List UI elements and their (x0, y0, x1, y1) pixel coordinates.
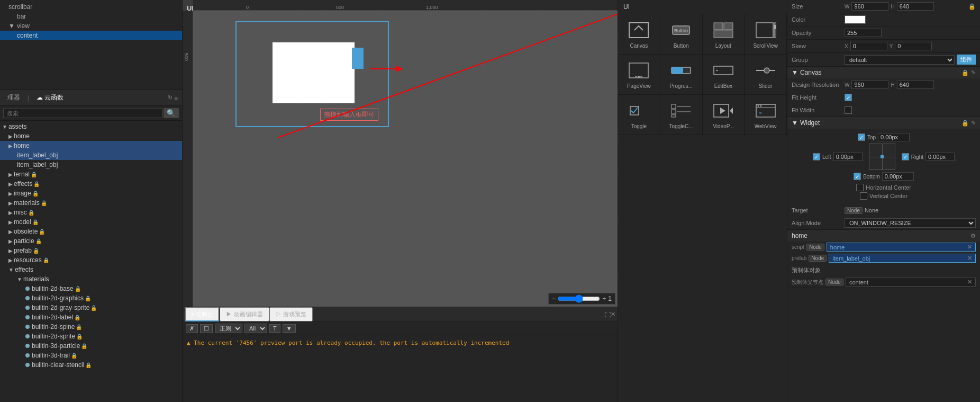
blue-box[interactable] (352, 48, 364, 69)
tab-console[interactable]: ≡ 控制台 (185, 307, 220, 321)
opacity-input[interactable] (845, 29, 882, 37)
fit-width-checkbox[interactable] (845, 106, 852, 114)
group-select[interactable]: default (845, 55, 955, 65)
parent-clear-btn[interactable]: ✕ (967, 279, 972, 285)
asset-item-effects-expand[interactable]: ▼effects (0, 265, 182, 274)
widget-lock-icon[interactable]: 🔒 (961, 120, 969, 127)
search-input[interactable] (3, 109, 162, 118)
h-center-checkbox[interactable] (856, 184, 864, 191)
size-h-input[interactable] (897, 2, 934, 11)
panel-menu-btn[interactable]: ≡ (175, 94, 178, 101)
ui-item-progress[interactable]: Progres... (660, 55, 703, 95)
asset-item-model[interactable]: ▶model 🔒 (0, 217, 182, 227)
asset-item-image[interactable]: ▶image 🔒 (0, 189, 182, 198)
home-section-header[interactable]: home ⚙ (787, 230, 980, 242)
asset-item-home1[interactable]: ▶home (0, 131, 182, 141)
ui-item-canvas[interactable]: Canvas (618, 14, 660, 55)
left-checkbox[interactable] (813, 153, 820, 160)
tree-item-bar[interactable]: bar (0, 12, 182, 21)
skew-x-input[interactable] (850, 42, 887, 50)
design-res-h-input[interactable] (897, 81, 934, 89)
ctrl-more[interactable]: ▼ (283, 324, 296, 333)
asset-item-builtin-2d-graphics[interactable]: builtin-2d-graphics 🔒 (0, 293, 182, 303)
canvas-edit-icon[interactable]: ✎ (971, 69, 976, 76)
bottom-checkbox[interactable] (854, 173, 861, 180)
asset-item-effects-lock[interactable]: ▶effects 🔒 (0, 179, 182, 189)
tree-item-view[interactable]: ▼view (0, 21, 182, 31)
tab-preview[interactable]: ▷ 游戏预览 (269, 307, 313, 321)
ui-item-toggle[interactable]: Toggle (618, 95, 660, 135)
group-component-btn[interactable]: 组件 (957, 55, 976, 65)
asset-item-builtin-3d-particle[interactable]: builtin-3d-particle 🔒 (0, 341, 182, 351)
tree-item-scrollbar[interactable]: scrollbar (0, 2, 182, 12)
asset-item-builtin-2d-gray-sprite[interactable]: builtin-2d-gray-sprite 🔒 (0, 303, 182, 312)
panel-tab-manager[interactable]: 理器 (4, 92, 23, 103)
filter-select[interactable]: All (244, 324, 267, 333)
top-input[interactable] (878, 133, 910, 141)
asset-item-builtin-3d-trail[interactable]: builtin-3d-trail 🔒 (0, 351, 182, 360)
ctrl-format[interactable]: T (269, 324, 280, 333)
asset-item-assets[interactable]: ▼assets (0, 122, 182, 131)
prefab-clear-btn[interactable]: ✕ (967, 255, 972, 262)
right-checkbox[interactable] (902, 153, 909, 160)
asset-item-builtin-2d-spine[interactable]: builtin-2d-spine 🔒 (0, 322, 182, 332)
size-w-input[interactable] (851, 2, 888, 11)
skew-y-input[interactable] (895, 42, 932, 50)
tab-animation[interactable]: ▶ 动画编辑器 (220, 307, 269, 321)
ui-item-slider[interactable]: Slider (745, 55, 787, 95)
ui-item-button[interactable]: Button Button (660, 14, 703, 55)
asset-item-prefab[interactable]: ▶prefab 🔒 (0, 246, 182, 255)
align-mode-select[interactable]: ON_WINDOW_RESIZE (845, 218, 976, 228)
ctrl-cancel[interactable]: ✗ (186, 324, 198, 333)
canvas-section-header[interactable]: ▼ Canvas 🔒 ✎ (787, 67, 980, 78)
asset-item-builtin-2d-base[interactable]: builtin-2d-base 🔒 (0, 284, 182, 293)
widget-edit-icon[interactable]: ✎ (971, 120, 976, 127)
widget-section-header[interactable]: ▼ Widget 🔒 ✎ (787, 117, 980, 129)
ctrl-save[interactable]: ☐ (200, 324, 213, 333)
panel-refresh-btn[interactable]: ↻ (168, 94, 173, 101)
script-clear-btn[interactable]: ✕ (967, 244, 972, 251)
v-center-checkbox[interactable] (860, 192, 867, 200)
asset-item-materials-expand[interactable]: ▼materials (0, 274, 182, 284)
left-input[interactable] (833, 153, 863, 161)
bottom-input[interactable] (882, 172, 914, 181)
ui-item-togglecontainer[interactable]: ToggleC... (660, 95, 703, 135)
ui-item-webview[interactable]: e WebView (745, 95, 787, 135)
design-res-w-input[interactable] (851, 81, 888, 89)
asset-item-home2[interactable]: ▶home (0, 141, 182, 150)
asset-item-builtin-2d-sprite[interactable]: builtin-2d-sprite 🔒 (0, 332, 182, 341)
asset-item-builtin-2d-label[interactable]: builtin-2d-label 🔒 (0, 312, 182, 322)
bottom-expand-btn[interactable]: ⛶ (605, 311, 611, 318)
bottom-close-btn[interactable]: ✕ (611, 311, 615, 318)
ui-item-layout[interactable]: Layout (703, 14, 745, 55)
zoom-minus[interactable]: − (552, 295, 556, 302)
tree-item-content[interactable]: content (0, 31, 182, 40)
fit-height-checkbox[interactable] (845, 94, 852, 101)
home-settings-icon[interactable]: ⚙ (970, 233, 976, 239)
asset-item-item-label-2[interactable]: item_label_obj (0, 160, 182, 169)
asset-item-particle[interactable]: ▶particle 🔒 (0, 236, 182, 246)
asset-item-obsolete[interactable]: ▶obsolete 🔒 (0, 227, 182, 236)
asset-item-materials-lock[interactable]: ▶materials 🔒 (0, 198, 182, 208)
asset-item-ternal[interactable]: ▶ternal 🔒 (0, 169, 182, 179)
asset-item-misc[interactable]: ▶misc 🔒 (0, 208, 182, 217)
right-input[interactable] (925, 153, 955, 161)
canvas-lock-icon[interactable]: 🔒 (961, 69, 969, 76)
size-lock-btn[interactable]: 🔒 (968, 3, 976, 10)
top-checkbox[interactable] (858, 133, 865, 141)
mode-select[interactable]: 正则 (215, 324, 242, 333)
search-button[interactable]: 🔍 (164, 108, 179, 118)
asset-item-builtin-clear-stencil[interactable]: builtin-clear-stencil 🔒 (0, 360, 182, 370)
ui-item-videoplayer[interactable]: VideoP... (703, 95, 745, 135)
color-swatch[interactable] (845, 15, 866, 24)
panel-tab-cloud[interactable]: ☁ 云函数 (33, 92, 67, 103)
white-box[interactable] (273, 42, 355, 103)
canvas-bg[interactable]: 拖拽到输入框即可 (193, 11, 618, 307)
zoom-slider[interactable] (558, 294, 600, 303)
ui-item-pageview[interactable]: PageView (618, 55, 660, 95)
zoom-plus[interactable]: + (602, 295, 606, 302)
asset-item-item-label-1[interactable]: item_label_obj (0, 150, 182, 160)
asset-item-resources[interactable]: ▶resources 🔒 (0, 255, 182, 265)
ui-item-editbox[interactable]: EditBox (703, 55, 745, 95)
ui-item-scrollview[interactable]: ScrollView (745, 14, 787, 55)
